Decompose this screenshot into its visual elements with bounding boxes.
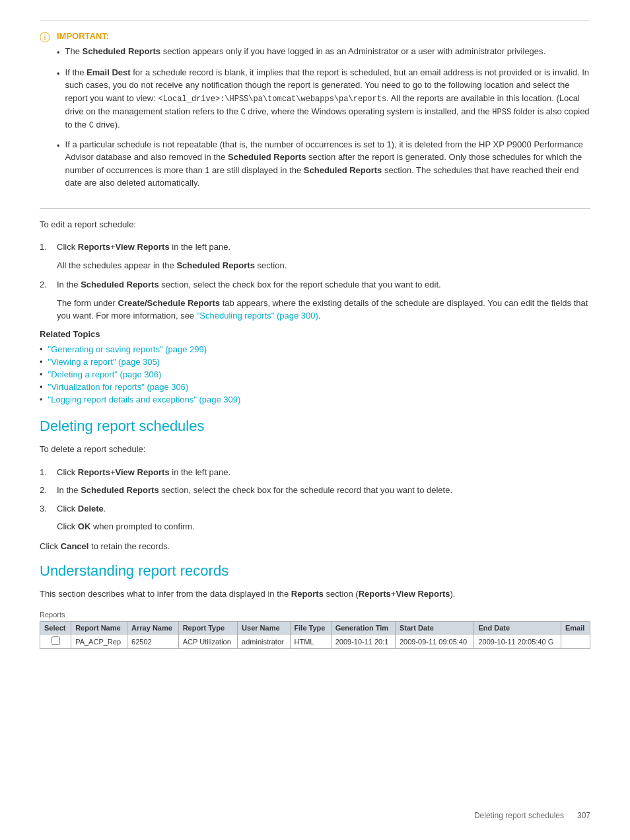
edit-sub1: All the schedules appear in the Schedule… <box>57 259 590 272</box>
related-topics-list: • "Generating or saving reports" (page 2… <box>40 344 590 404</box>
col-user-name: User Name <box>238 622 290 634</box>
row-checkbox[interactable] <box>52 636 60 645</box>
rt-bullet-1: • <box>40 344 43 354</box>
col-end-date: End Date <box>474 622 561 634</box>
important-content: IMPORTANT: • The Scheduled Reports secti… <box>57 31 590 196</box>
related-link-1: • "Generating or saving reports" (page 2… <box>40 344 590 354</box>
table-header-row: Select Report Name Array Name Report Typ… <box>40 622 590 634</box>
bullet-1: • <box>57 46 60 59</box>
bullet-2: • <box>57 67 60 132</box>
rt-link-2[interactable]: "Viewing a report" (page 305) <box>48 357 160 367</box>
section2-heading: Understanding report records <box>40 562 590 580</box>
important-icon: ⓘ <box>40 31 50 196</box>
bullet-3: • <box>57 139 60 190</box>
reports-table: Select Report Name Array Name Report Typ… <box>40 621 590 649</box>
step-num-2: 2. <box>40 278 50 291</box>
related-link-3: • "Deleting a report" (page 306) <box>40 369 590 379</box>
row-end-date: 2009-10-11 20:05:40 G <box>474 634 561 649</box>
delete-step-2: 2. In the Scheduled Reports section, sel… <box>40 484 590 497</box>
rt-bullet-2: • <box>40 357 43 367</box>
footer-left: Deleting report schedules <box>474 811 564 820</box>
delete-step-3: 3. Click Delete. <box>40 502 590 515</box>
reports-table-label: Reports <box>40 611 590 619</box>
rt-bullet-5: • <box>40 395 43 404</box>
edit-step-2-text: In the Scheduled Reports section, select… <box>57 278 441 291</box>
delete-step-1: 1. Click Reports+View Reports in the lef… <box>40 466 590 479</box>
edit-sub2: The form under Create/Schedule Reports t… <box>57 297 590 323</box>
row-start-date: 2009-09-11 09:05:40 <box>395 634 474 649</box>
table-row: PA_ACP_Rep 62502 ACP Utilization adminis… <box>40 634 590 649</box>
bottom-divider <box>40 208 590 209</box>
related-link-2: • "Viewing a report" (page 305) <box>40 357 590 367</box>
footer-page-number: 307 <box>577 811 590 820</box>
important-text-1: The Scheduled Reports section appears on… <box>65 45 546 59</box>
rt-link-4[interactable]: "Virtualization for reports" (page 306) <box>48 382 189 392</box>
delete-cancel-text: Click Cancel to retain the records. <box>40 540 590 554</box>
section1-heading: Deleting report schedules <box>40 418 590 435</box>
related-link-5: • "Logging report details and exceptions… <box>40 395 590 404</box>
reports-table-header: Select Report Name Array Name Report Typ… <box>40 622 590 634</box>
row-report-type: ACP Utilization <box>178 634 237 649</box>
row-file-type: HTML <box>290 634 331 649</box>
rt-bullet-3: • <box>40 369 43 379</box>
edit-steps-list-2: 2. In the Scheduled Reports section, sel… <box>40 278 590 291</box>
important-text-3: If a particular schedule is not repeatab… <box>65 138 590 190</box>
edit-steps-list: 1. Click Reports+View Reports in the lef… <box>40 241 590 254</box>
col-array-name: Array Name <box>127 622 179 634</box>
delete-step-3-text: Click Delete. <box>57 502 106 515</box>
reports-table-body: PA_ACP_Rep 62502 ACP Utilization adminis… <box>40 634 590 649</box>
important-label: IMPORTANT: <box>57 31 590 41</box>
delete-step-num-1: 1. <box>40 466 50 479</box>
edit-intro: To edit a report schedule: <box>40 218 590 232</box>
row-array-name: 62502 <box>127 634 179 649</box>
important-block: ⓘ IMPORTANT: • The Scheduled Reports sec… <box>40 31 590 196</box>
col-report-name: Report Name <box>71 622 127 634</box>
row-gen-time: 2009-10-11 20:1 <box>331 634 395 649</box>
col-file-type: File Type <box>290 622 331 634</box>
page-footer: Deleting report schedules 307 <box>474 811 590 820</box>
important-item-1: • The Scheduled Reports section appears … <box>57 45 590 59</box>
edit-step-1-text: Click Reports+View Reports in the left p… <box>57 241 230 254</box>
important-list: • The Scheduled Reports section appears … <box>57 45 590 190</box>
top-divider <box>40 20 590 20</box>
row-select[interactable] <box>40 634 71 649</box>
reports-table-section: Reports Select Report Name Array Name Re… <box>40 611 590 649</box>
scheduling-reports-link[interactable]: "Scheduling reports" (page 300) <box>197 311 318 321</box>
important-item-2: • If the Email Dest for a schedule recor… <box>57 66 590 132</box>
edit-step-2: 2. In the Scheduled Reports section, sel… <box>40 278 590 291</box>
step-num-1: 1. <box>40 241 50 254</box>
important-text-2: If the Email Dest for a schedule record … <box>65 66 590 132</box>
related-topics-heading: Related Topics <box>40 329 590 339</box>
important-item-3: • If a particular schedule is not repeat… <box>57 138 590 190</box>
col-select: Select <box>40 622 71 634</box>
delete-step-num-3: 3. <box>40 502 50 515</box>
related-link-4: • "Virtualization for reports" (page 306… <box>40 382 590 392</box>
delete-sub-ok: Click OK when prompted to confirm. <box>57 520 590 533</box>
col-generation-time: Generation Tim <box>331 622 395 634</box>
row-user-name: administrator <box>238 634 290 649</box>
col-start-date: Start Date <box>395 622 474 634</box>
delete-step-num-2: 2. <box>40 484 50 497</box>
rt-bullet-4: • <box>40 382 43 392</box>
col-email: Email <box>561 622 590 634</box>
row-email <box>561 634 590 649</box>
edit-step-1: 1. Click Reports+View Reports in the lef… <box>40 241 590 254</box>
section1-intro: To delete a report schedule: <box>40 443 590 457</box>
rt-link-5[interactable]: "Logging report details and exceptions" … <box>48 395 241 404</box>
delete-steps-list: 1. Click Reports+View Reports in the lef… <box>40 466 590 515</box>
section2-intro: This section describes what to infer fro… <box>40 588 590 601</box>
col-report-type: Report Type <box>178 622 237 634</box>
rt-link-1[interactable]: "Generating or saving reports" (page 299… <box>48 344 207 354</box>
row-report-name: PA_ACP_Rep <box>71 634 127 649</box>
rt-link-3[interactable]: "Deleting a report" (page 306) <box>48 369 162 379</box>
delete-step-1-text: Click Reports+View Reports in the left p… <box>57 466 230 479</box>
delete-step-2-text: In the Scheduled Reports section, select… <box>57 484 452 497</box>
